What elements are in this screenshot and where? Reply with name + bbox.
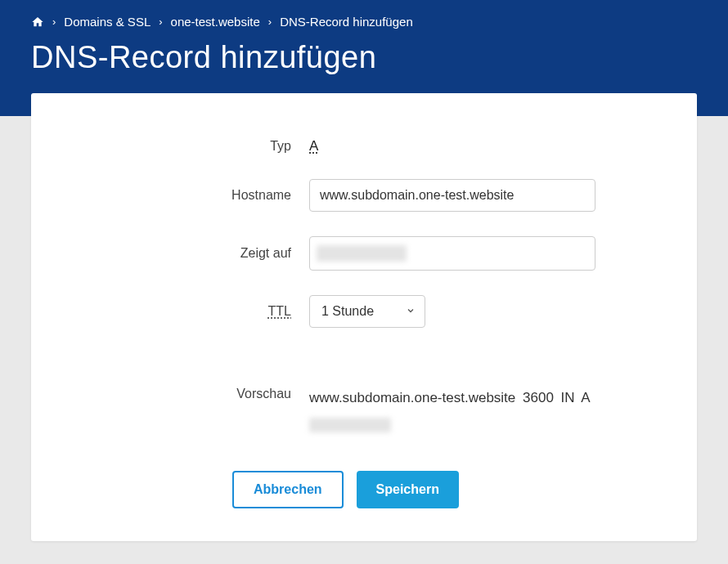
preview-value: www.subdomain.one-test.website 3600 IN A	[309, 385, 656, 438]
pointsto-label: Zeigt auf	[72, 246, 309, 261]
type-label: Typ	[72, 139, 309, 154]
breadcrumb: › Domains & SSL › one-test.website › DNS…	[31, 15, 697, 29]
redacted-value	[317, 245, 407, 262]
ttl-label: TTL	[72, 304, 309, 319]
chevron-right-icon: ›	[268, 16, 272, 28]
pointsto-input[interactable]	[309, 236, 595, 271]
breadcrumb-item-domains[interactable]: Domains & SSL	[64, 15, 151, 29]
preview-row: Vorschau www.subdomain.one-test.website …	[72, 385, 656, 438]
hostname-input[interactable]	[309, 179, 595, 212]
redacted-value	[309, 418, 391, 432]
button-row: Abbrechen Speichern	[232, 471, 656, 508]
hostname-label: Hostname	[72, 188, 309, 203]
chevron-right-icon: ›	[159, 16, 162, 28]
ttl-select[interactable]: 1 Stunde	[309, 295, 425, 328]
chevron-right-icon: ›	[52, 16, 56, 28]
cancel-button[interactable]: Abbrechen	[232, 471, 344, 508]
form-row-ttl: TTL 1 Stunde	[72, 295, 656, 328]
type-value: A	[309, 138, 318, 154]
save-button[interactable]: Speichern	[357, 471, 459, 508]
form-card: Typ A Hostname Zeigt auf TTL 1 Stunde	[31, 93, 697, 541]
breadcrumb-item-domain[interactable]: one-test.website	[171, 15, 260, 29]
form-row-type: Typ A	[72, 138, 656, 154]
preview-text: www.subdomain.one-test.website 3600 IN A	[309, 390, 591, 405]
form-row-pointsto: Zeigt auf	[72, 236, 656, 271]
breadcrumb-item-current: DNS-Record hinzufügen	[280, 15, 413, 29]
home-icon[interactable]	[31, 16, 44, 29]
form-row-hostname: Hostname	[72, 179, 656, 212]
preview-label: Vorschau	[72, 385, 309, 401]
page-title: DNS-Record hinzufügen	[31, 40, 697, 75]
